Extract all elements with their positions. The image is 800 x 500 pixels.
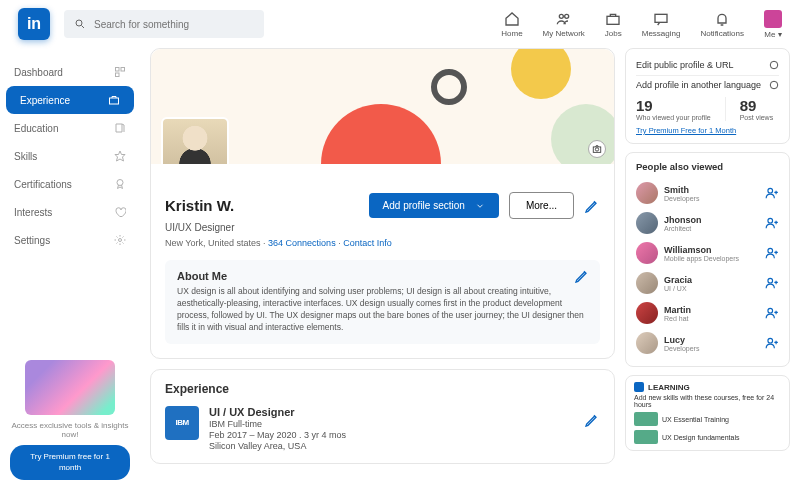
cover-image — [151, 49, 614, 164]
svg-rect-5 — [655, 14, 667, 22]
promo-illustration — [25, 360, 115, 415]
person-name: Smith — [664, 185, 759, 195]
profile-name: Kristin W. — [165, 197, 234, 214]
briefcase-icon — [108, 94, 120, 106]
edit-cover-button[interactable] — [588, 140, 606, 158]
connect-icon[interactable] — [765, 306, 779, 320]
people-row[interactable]: SmithDevelopers — [636, 178, 779, 208]
nav-messaging[interactable]: Messaging — [642, 11, 681, 38]
avatar-icon — [764, 10, 782, 28]
posts-stat[interactable]: 89Post views — [740, 97, 773, 121]
sidebar-item-settings[interactable]: Settings — [0, 226, 140, 254]
contact-info-link[interactable]: Contact Info — [343, 238, 392, 248]
edit-experience-button[interactable] — [584, 412, 600, 428]
try-premium-button[interactable]: Try Premium free for 1 month — [10, 445, 130, 480]
linkedin-learning-logo — [634, 382, 644, 392]
learning-item[interactable]: UX Design fundamentals — [634, 430, 781, 444]
person-role: Developers — [664, 195, 759, 202]
company-line: IBM Full-time — [209, 419, 346, 429]
nav-network[interactable]: My Network — [543, 11, 585, 38]
people-row[interactable]: MartinRed hat — [636, 298, 779, 328]
connections-link[interactable]: 364 Connections — [268, 238, 336, 248]
sidebar-item-certifications[interactable]: Certifications — [0, 170, 140, 198]
connect-icon[interactable] — [765, 276, 779, 290]
person-role: Developers — [664, 345, 759, 352]
add-profile-section-button[interactable]: Add profile section — [369, 193, 499, 218]
sidebar-label: Settings — [14, 235, 50, 246]
person-avatar — [636, 332, 658, 354]
message-icon — [653, 11, 669, 27]
svg-rect-6 — [116, 68, 120, 72]
linkedin-logo[interactable]: in — [18, 8, 50, 40]
edit-profile-button[interactable] — [584, 198, 600, 214]
svg-point-10 — [117, 180, 123, 186]
people-row[interactable]: WilliamsonMobile apps Developers — [636, 238, 779, 268]
search-icon — [74, 18, 86, 30]
profile-tools-card: Edit public profile & URL Add profile in… — [625, 48, 790, 144]
stat-number: 89 — [740, 97, 773, 114]
connect-icon[interactable] — [765, 336, 779, 350]
sidebar-item-dashboard[interactable]: Dashboard — [0, 58, 140, 86]
about-section: About Me UX design is all about identify… — [165, 260, 600, 344]
heart-icon — [114, 206, 126, 218]
star-icon — [114, 150, 126, 162]
right-rail: Edit public profile & URL Add profile in… — [625, 48, 800, 500]
svg-point-2 — [559, 14, 563, 18]
profile-location: New York, United states — [165, 238, 261, 248]
premium-link[interactable]: Try Premium Free for 1 Month — [636, 126, 736, 135]
learning-item[interactable]: UX Essential Training — [634, 412, 781, 426]
people-row[interactable]: JhonsonArchitect — [636, 208, 779, 238]
add-language-link[interactable]: Add profile in another language — [636, 80, 761, 90]
person-name: Williamson — [664, 245, 759, 255]
svg-rect-4 — [607, 16, 619, 24]
sidebar-label: Experience — [20, 95, 70, 106]
person-avatar — [636, 302, 658, 324]
top-nav: Home My Network Jobs Messaging Notificat… — [501, 10, 782, 39]
stat-number: 19 — [636, 97, 711, 114]
course-thumb — [634, 430, 658, 444]
people-row[interactable]: GraciaUI / UX — [636, 268, 779, 298]
nav-notifications[interactable]: Notifications — [700, 11, 744, 38]
sidebar-item-skills[interactable]: Skills — [0, 142, 140, 170]
course-title: UX Essential Training — [662, 416, 729, 423]
search-box[interactable] — [64, 10, 264, 38]
search-input[interactable] — [94, 19, 254, 30]
camera-icon — [592, 144, 602, 154]
views-stat[interactable]: 19Who viewed your profile — [636, 97, 711, 121]
home-icon — [504, 11, 520, 27]
connect-icon[interactable] — [765, 186, 779, 200]
sidebar: Dashboard Experience Education Skills Ce… — [0, 48, 140, 500]
premium-promo: Access exclusive tools & insights now! T… — [0, 350, 140, 490]
svg-point-0 — [76, 20, 82, 26]
sidebar-item-education[interactable]: Education — [0, 114, 140, 142]
connect-icon[interactable] — [765, 246, 779, 260]
person-name: Jhonson — [664, 215, 759, 225]
stat-label: Post views — [740, 114, 773, 121]
learning-subtitle: Add new skills with these courses, free … — [634, 394, 781, 408]
bell-icon — [714, 11, 730, 27]
svg-point-13 — [595, 148, 598, 151]
edit-about-button[interactable] — [574, 268, 590, 284]
dates-line: Feb 2017 – May 2020 . 3 yr 4 mos — [209, 430, 346, 440]
info-icon — [769, 60, 779, 70]
svg-point-19 — [768, 278, 773, 283]
connect-icon[interactable] — [765, 216, 779, 230]
svg-point-18 — [768, 248, 773, 253]
edit-public-url-link[interactable]: Edit public profile & URL — [636, 60, 734, 70]
sidebar-item-experience[interactable]: Experience — [6, 86, 134, 114]
people-row[interactable]: LucyDevelopers — [636, 328, 779, 358]
profile-photo[interactable] — [161, 117, 229, 164]
nav-home[interactable]: Home — [501, 11, 522, 38]
more-button[interactable]: More... — [509, 192, 574, 219]
profile-title: UI/UX Designer — [165, 222, 600, 233]
nav-me[interactable]: Me ▾ — [764, 10, 782, 39]
nav-label: Notifications — [700, 29, 744, 38]
nav-jobs[interactable]: Jobs — [605, 11, 622, 38]
person-avatar — [636, 242, 658, 264]
sidebar-item-interests[interactable]: Interests — [0, 198, 140, 226]
svg-point-14 — [770, 61, 778, 69]
course-title: UX Design fundamentals — [662, 434, 739, 441]
sidebar-label: Education — [14, 123, 58, 134]
button-label: Add profile section — [383, 200, 465, 211]
svg-point-11 — [119, 239, 122, 242]
